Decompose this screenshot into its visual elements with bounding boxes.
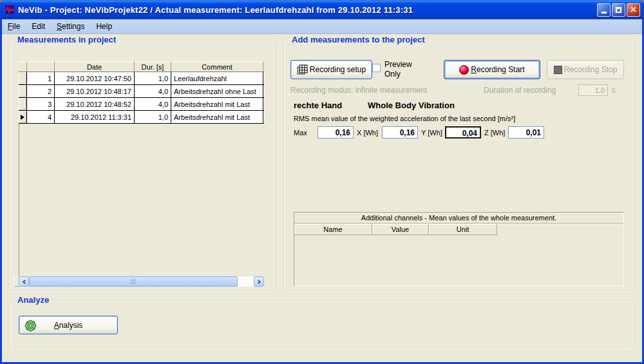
menu-bar: File Edit Settings Help bbox=[2, 19, 642, 34]
measurements-groupbox: Measurements in project Date Dur. [s] Co… bbox=[9, 40, 276, 294]
y-value-box: 0,04 bbox=[445, 126, 481, 139]
cell-number: 1 bbox=[27, 72, 55, 84]
scroll-left-icon bbox=[22, 279, 26, 283]
measurements-table: Date Dur. [s] Comment 1 29.10.2012 10:47… bbox=[19, 61, 264, 124]
analysis-button[interactable]: Analysis bbox=[19, 316, 118, 334]
duration-label: Duration of recording bbox=[484, 86, 556, 95]
scroll-right-icon bbox=[256, 279, 260, 283]
y-wh-label: Y [Wh] bbox=[421, 129, 442, 137]
recording-start-button[interactable]: Recording Start bbox=[444, 60, 540, 79]
cell-number: 4 bbox=[27, 111, 55, 123]
x-value-box: 0,16 bbox=[382, 126, 418, 139]
recording-setup-button[interactable]: Recording setup bbox=[290, 60, 372, 79]
header-selector bbox=[19, 61, 27, 72]
table-header-row: Date Dur. [s] Comment bbox=[19, 61, 264, 72]
preview-only-label[interactable]: Preview Only bbox=[384, 60, 421, 79]
table-row[interactable]: 1 29.10.2012 10:47:50 1,0 Leerlaufdrehza… bbox=[19, 72, 264, 85]
channels-header-name[interactable]: Name bbox=[294, 224, 372, 235]
measurements-group-title: Measurements in project bbox=[15, 35, 118, 44]
row-selector[interactable] bbox=[19, 85, 27, 97]
table-row[interactable]: 3 29.10.2012 10:48:52 4,0 Arbeitsdrehzah… bbox=[19, 98, 264, 111]
header-comment[interactable]: Comment bbox=[171, 61, 263, 72]
cell-duration: 1,0 bbox=[135, 111, 171, 123]
minimize-button[interactable] bbox=[597, 3, 611, 17]
cell-number: 3 bbox=[27, 98, 55, 110]
scroll-left-button[interactable] bbox=[19, 276, 29, 287]
scrollbar-thumb[interactable] bbox=[29, 276, 238, 287]
header-duration[interactable]: Dur. [s] bbox=[135, 61, 171, 72]
cell-comment: Leerlaufdrehzahl bbox=[171, 72, 263, 84]
preview-only-checkbox[interactable] bbox=[372, 64, 381, 72]
cell-comment: Arbeitsdrehzahl mit Last bbox=[171, 111, 263, 123]
row-selector[interactable] bbox=[19, 111, 27, 123]
recording-stop-button: Recording Stop bbox=[547, 60, 624, 79]
cell-comment: Arbeitsdrehzahl ohne Last bbox=[171, 85, 263, 97]
header-number bbox=[27, 61, 55, 72]
cell-comment: Arbeitsdrehzahl mit Last bbox=[171, 98, 263, 110]
additional-channels-panel: Additional channels - Mean values of the… bbox=[294, 212, 624, 286]
gear-icon bbox=[24, 320, 37, 332]
menu-settings[interactable]: Settings bbox=[51, 20, 90, 33]
cell-number: 2 bbox=[27, 85, 55, 97]
grid-left-border bbox=[19, 124, 19, 276]
channels-header-value[interactable]: Value bbox=[372, 224, 429, 235]
record-icon bbox=[459, 65, 469, 75]
title-bar: NeVib - Project: NeVibProjekt22 / Actual… bbox=[0, 0, 644, 19]
z-value-box: 0,01 bbox=[508, 126, 544, 139]
row-selector[interactable] bbox=[19, 72, 27, 84]
channels-header-unit[interactable]: Unit bbox=[429, 224, 497, 235]
header-date[interactable]: Date bbox=[55, 61, 135, 72]
app-window: NeVib - Project: NeVibProjekt22 / Actual… bbox=[0, 0, 644, 364]
app-icon bbox=[5, 5, 15, 15]
analyze-groupbox: Analyze Analysis bbox=[9, 300, 634, 351]
stop-icon bbox=[554, 66, 562, 74]
cell-duration: 1,0 bbox=[135, 72, 171, 84]
analyze-group-title: Analyze bbox=[15, 295, 52, 305]
duration-unit-label: s bbox=[612, 86, 616, 95]
add-measurements-group-title: Add measurements to the project bbox=[289, 35, 428, 44]
x-wh-label: X [Wh] bbox=[357, 129, 378, 137]
scroll-right-button[interactable] bbox=[254, 276, 264, 287]
recording-modus-text: Recording modus: infinite measurement bbox=[290, 86, 427, 95]
hand-label: rechte Hand bbox=[294, 101, 342, 110]
menu-help[interactable]: Help bbox=[90, 20, 118, 33]
close-icon: ✕ bbox=[630, 6, 636, 14]
maximize-icon bbox=[616, 7, 621, 13]
cell-date: 29.10.2012 10:48:52 bbox=[55, 98, 135, 110]
minimize-icon bbox=[601, 12, 607, 14]
whole-body-vibration-label: Whole Body Vibration bbox=[368, 101, 455, 110]
current-row-arrow-icon bbox=[21, 115, 24, 120]
table-row[interactable]: 2 29.10.2012 10:48:17 4,0 Arbeitsdrehzah… bbox=[19, 85, 264, 98]
rms-description: RMS mean value of the weighted accelerat… bbox=[294, 115, 515, 122]
max-value-box: 0,16 bbox=[317, 126, 354, 139]
close-button[interactable]: ✕ bbox=[627, 3, 640, 17]
duration-input: 1,0 bbox=[578, 84, 608, 96]
grid-icon bbox=[297, 64, 308, 75]
horizontal-scrollbar[interactable] bbox=[19, 276, 264, 287]
scrollbar-track[interactable] bbox=[238, 276, 252, 287]
z-wh-label: Z [Wh] bbox=[484, 129, 505, 137]
menu-edit[interactable]: Edit bbox=[26, 20, 51, 33]
cell-duration: 4,0 bbox=[135, 98, 171, 110]
cell-date: 29.10.2012 10:48:17 bbox=[55, 85, 135, 97]
cell-duration: 4,0 bbox=[135, 85, 171, 97]
menu-file[interactable]: File bbox=[2, 20, 26, 33]
cell-date: 29.10.2012 10:47:50 bbox=[55, 72, 135, 84]
client-area: Measurements in project Date Dur. [s] Co… bbox=[2, 34, 642, 362]
window-title: NeVib - Project: NeVibProjekt22 / Actual… bbox=[18, 5, 597, 15]
channels-title: Additional channels - Mean values of the… bbox=[294, 213, 623, 224]
table-row-current[interactable]: 4 29.10.2012 11:3:31 1,0 Arbeitsdrehzahl… bbox=[19, 111, 264, 124]
scrollbar-grip-icon bbox=[131, 279, 137, 284]
cell-date: 29.10.2012 11:3:31 bbox=[55, 111, 135, 123]
row-selector[interactable] bbox=[19, 98, 27, 110]
maximize-button[interactable] bbox=[612, 3, 625, 17]
max-label: Max bbox=[294, 129, 307, 137]
add-measurements-groupbox: Add measurements to the project Recordin… bbox=[283, 40, 634, 294]
